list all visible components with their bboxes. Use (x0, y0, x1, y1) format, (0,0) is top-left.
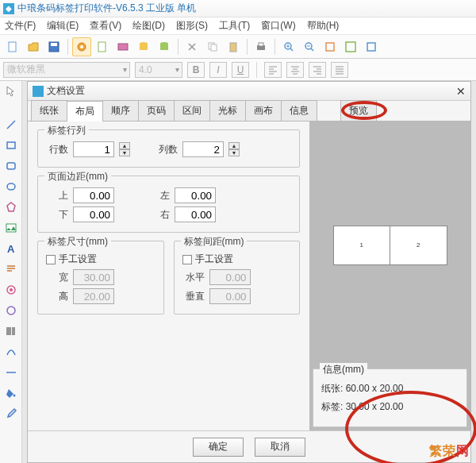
rows-input[interactable] (73, 141, 114, 157)
pointer-tool-icon[interactable] (1, 82, 21, 101)
menu-view[interactable]: 查看(V) (90, 19, 121, 33)
tab-paper[interactable]: 纸张 (31, 100, 67, 121)
menu-draw[interactable]: 绘图(D) (132, 19, 165, 33)
doc-prop-icon[interactable] (93, 37, 112, 56)
dialog-title: 文档设置 (47, 84, 85, 98)
menu-window[interactable]: 窗口(W) (261, 19, 295, 33)
title-bar: ◆ 中琅条码标签打印软件-V6.5.3 工业版 单机 (0, 0, 476, 17)
dropper-tool-icon[interactable] (1, 404, 21, 423)
italic-button[interactable]: I (209, 62, 227, 78)
richtext-tool-icon[interactable] (1, 260, 21, 279)
preview-canvas: 12 (313, 125, 467, 365)
margin-right-input[interactable] (175, 206, 216, 222)
margin-top-input[interactable] (73, 187, 114, 203)
cols-spinner[interactable]: ▲▼ (228, 142, 240, 156)
tab-canvas[interactable]: 画布 (245, 100, 282, 121)
underline-button[interactable]: U (232, 62, 249, 78)
ellipse-tool-icon[interactable] (1, 177, 21, 196)
settings-pane: 标签行列 行数 ▲▼ 列数 ▲▼ 页面边距(mm) (28, 122, 309, 430)
align-left-button[interactable] (264, 62, 282, 78)
tab-info[interactable]: 信息 (281, 100, 317, 121)
zoom-sel-icon[interactable] (362, 37, 381, 56)
tab-preview[interactable]: 预览 (340, 100, 377, 121)
svg-point-4 (80, 45, 83, 48)
svg-point-29 (13, 395, 15, 397)
zoom-fit-icon[interactable] (321, 37, 340, 56)
db-icon[interactable] (134, 37, 153, 56)
svg-rect-18 (326, 43, 334, 51)
new-doc-icon[interactable] (3, 37, 22, 56)
label-icon[interactable] (113, 37, 132, 56)
text-tool-icon[interactable]: A (1, 239, 21, 258)
align-just-button[interactable] (331, 62, 348, 78)
gap-hz-input (209, 269, 251, 285)
font-family-combo[interactable]: 微软雅黑 (3, 62, 130, 78)
zoom-100-icon[interactable] (341, 37, 360, 56)
svg-text:A: A (7, 243, 15, 255)
open-icon[interactable] (24, 37, 43, 56)
group-rows-cols: 标签行列 行数 ▲▼ 列数 ▲▼ (37, 129, 300, 168)
tab-section[interactable]: 区间 (174, 100, 210, 121)
width-input (73, 269, 114, 285)
barcode-tool-icon[interactable] (1, 322, 21, 341)
group-margins: 页面边距(mm) 上 左 下 右 (37, 176, 300, 233)
paste-icon[interactable] (224, 37, 243, 56)
svg-rect-5 (98, 42, 106, 52)
zoom-out-icon[interactable] (300, 37, 319, 56)
menu-edit[interactable]: 编辑(E) (47, 19, 79, 33)
rows-spinner[interactable]: ▲▼ (119, 142, 130, 156)
tab-order[interactable]: 顺序 (102, 100, 139, 121)
app-title: 中琅条码标签打印软件-V6.5.3 工业版 单机 (17, 2, 196, 15)
menu-shape[interactable]: 图形(S) (176, 19, 208, 33)
margin-bottom-input[interactable] (73, 206, 114, 222)
margin-left-input[interactable] (175, 187, 216, 203)
info-box: 信息(mm) 纸张: 60.00 x 20.00 标签: 30.00 x 20.… (313, 368, 467, 427)
svg-rect-24 (6, 224, 16, 232)
tab-layout[interactable]: 布局 (67, 101, 103, 122)
settings-icon[interactable] (72, 37, 91, 56)
menu-file[interactable]: 文件(F) (5, 19, 36, 33)
cut-icon[interactable] (182, 37, 202, 56)
save-icon[interactable] (44, 37, 63, 56)
db2-icon[interactable] (155, 37, 174, 56)
align-right-button[interactable] (309, 62, 326, 78)
print-icon[interactable] (251, 37, 271, 56)
line-tool-icon[interactable] (1, 115, 21, 134)
fill-tool-icon[interactable] (1, 384, 21, 403)
tab-pagenum[interactable]: 页码 (138, 100, 175, 121)
poly-tool-icon[interactable] (1, 198, 21, 217)
svg-rect-12 (211, 44, 217, 51)
shape2-tool-icon[interactable] (1, 301, 21, 320)
watermark: 繁荣网 (429, 443, 470, 460)
roundrect-tool-icon[interactable] (1, 156, 21, 176)
gap-manual-checkbox[interactable]: 手工设置 (182, 253, 233, 266)
preview-page: 12 (333, 226, 447, 265)
menu-help[interactable]: 帮助(H) (307, 19, 340, 33)
tab-cursor[interactable]: 光标 (209, 100, 246, 121)
svg-rect-22 (7, 163, 15, 169)
cols-input[interactable] (182, 141, 224, 157)
line2-tool-icon[interactable] (1, 363, 21, 382)
svg-rect-0 (9, 42, 16, 52)
group-title: 标签行列 (44, 124, 89, 137)
zoom-in-icon[interactable] (279, 37, 298, 56)
svg-point-28 (7, 307, 15, 314)
margin-bottom-label: 下 (46, 208, 68, 222)
image-tool-icon[interactable] (1, 218, 21, 237)
bold-button[interactable]: B (187, 62, 205, 78)
qr-tool-icon[interactable] (1, 280, 21, 299)
close-icon[interactable]: ✕ (456, 85, 466, 98)
copy-icon[interactable] (203, 37, 222, 56)
font-size-combo[interactable]: 4.0 (135, 62, 182, 78)
svg-rect-20 (367, 43, 375, 51)
ok-button[interactable]: 确定 (193, 438, 244, 457)
svg-rect-19 (346, 42, 355, 52)
svg-rect-13 (230, 43, 236, 52)
size-manual-checkbox[interactable]: 手工设置 (46, 253, 97, 266)
menu-tool[interactable]: 工具(T) (219, 19, 250, 33)
rect-tool-icon[interactable] (1, 136, 21, 155)
align-center-button[interactable] (286, 62, 304, 78)
svg-rect-6 (118, 44, 128, 50)
curve-tool-icon[interactable] (1, 342, 21, 361)
cancel-button[interactable]: 取消 (255, 438, 305, 457)
